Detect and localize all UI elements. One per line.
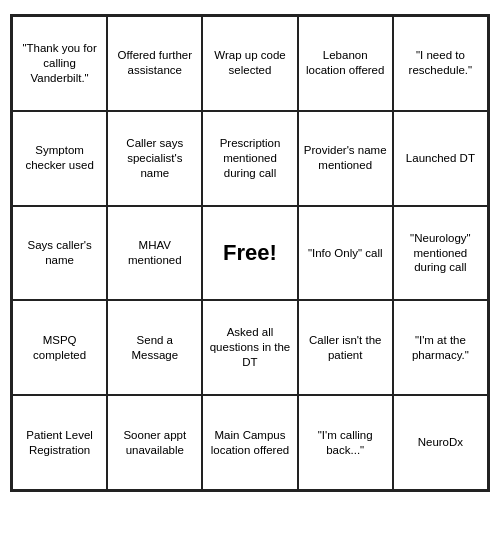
cell-r4-c2[interactable]: Main Campus location offered	[202, 395, 297, 490]
cell-r4-c1[interactable]: Sooner appt unavailable	[107, 395, 202, 490]
cell-r1-c4[interactable]: Launched DT	[393, 111, 488, 206]
cell-r4-c4[interactable]: NeuroDx	[393, 395, 488, 490]
cell-r2-c4[interactable]: "Neurology" mentioned during call	[393, 206, 488, 301]
cell-r3-c0[interactable]: MSPQ completed	[12, 300, 107, 395]
cell-r3-c3[interactable]: Caller isn't the patient	[298, 300, 393, 395]
cell-r1-c2[interactable]: Prescription mentioned during call	[202, 111, 297, 206]
cell-r3-c4[interactable]: "I'm at the pharmacy."	[393, 300, 488, 395]
cell-r2-c0[interactable]: Says caller's name	[12, 206, 107, 301]
cell-r0-c4[interactable]: "I need to reschedule."	[393, 16, 488, 111]
cell-r4-c3[interactable]: "I'm calling back..."	[298, 395, 393, 490]
cell-r2-c3[interactable]: "Info Only" call	[298, 206, 393, 301]
cell-r0-c3[interactable]: Lebanon location offered	[298, 16, 393, 111]
cell-r1-c1[interactable]: Caller says specialist's name	[107, 111, 202, 206]
cell-r2-c1[interactable]: MHAV mentioned	[107, 206, 202, 301]
cell-r0-c0[interactable]: "Thank you for calling Vanderbilt."	[12, 16, 107, 111]
cell-r4-c0[interactable]: Patient Level Registration	[12, 395, 107, 490]
cell-r0-c2[interactable]: Wrap up code selected	[202, 16, 297, 111]
cell-r3-c2[interactable]: Asked all questions in the DT	[202, 300, 297, 395]
bingo-grid: "Thank you for calling Vanderbilt."Offer…	[10, 14, 490, 492]
cell-r3-c1[interactable]: Send a Message	[107, 300, 202, 395]
cell-r0-c1[interactable]: Offered further assistance	[107, 16, 202, 111]
cell-r1-c3[interactable]: Provider's name mentioned	[298, 111, 393, 206]
cell-r2-c2[interactable]: Free!	[202, 206, 297, 301]
cell-r1-c0[interactable]: Symptom checker used	[12, 111, 107, 206]
